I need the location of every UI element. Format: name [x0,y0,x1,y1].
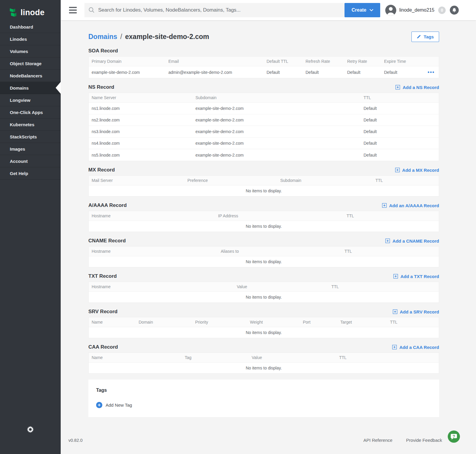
txt-empty-message: No items to display. [89,292,439,302]
sidebar-item-kubernetes[interactable]: Kubernetes [0,118,61,131]
sidebar-item-one-click-apps[interactable]: One-Click Apps [0,106,61,118]
sidebar-nav: Dashboard Linodes Volumes Object Storage… [0,21,61,180]
soa-table: Primary Domain Email Default TTL Refresh… [88,56,439,78]
plus-box-icon [392,345,397,350]
sidebar-item-volumes[interactable]: Volumes [0,45,61,57]
section-title-soa: SOA Record [88,48,118,54]
sidebar-item-domains[interactable]: Domains [0,82,61,94]
ns-table: Name Server Subdomain TTL ns1.linode.com… [88,93,439,161]
notification-count-badge[interactable]: 0 [438,7,446,14]
provide-feedback-link[interactable]: Provide Feedback [406,438,442,443]
footer: v0.82.0 API Reference Provide Feedback [61,438,476,443]
cname-empty-message: No items to display. [89,256,439,267]
api-reference-link[interactable]: API Reference [364,438,393,443]
svg-text:?: ? [452,434,455,439]
section-title-mx: MX Record [88,167,115,173]
ns-table-header: Name Server Subdomain TTL [89,93,439,103]
a-aaaa-table-header: Hostname IP Address TTL [89,211,439,221]
sidebar: linode Dashboard Linodes Volumes Object … [0,0,61,454]
tags-panel: Tags Add New Tag [88,380,439,417]
username-label[interactable]: linode_demo215 [399,7,434,13]
section-title-cname: CNAME Record [88,238,126,244]
global-search [84,3,345,17]
soa-table-header: Primary Domain Email Default TTL Refresh… [89,57,439,66]
soa-actions-menu-icon[interactable] [427,70,435,74]
caa-record-section: CAA Record Add a CAA Record Name Tag Val… [88,342,439,374]
a-aaaa-empty-message: No items to display. [89,221,439,232]
linode-cube-icon [9,8,18,18]
help-chat-icon: ? [448,430,460,443]
mx-table-header: Mail Server Preference Subdomain TTL [89,176,439,185]
caa-table-header: Name Tag Value TTL [89,353,439,363]
plus-box-icon [395,168,400,172]
brand-name: linode [21,8,45,17]
add-txt-record-link[interactable]: Add a TXT Record [393,274,439,279]
srv-empty-message: No items to display. [89,327,439,338]
mx-record-section: MX Record Add a MX Record Mail Server Pr… [88,165,439,196]
section-title-txt: TXT Record [88,273,117,279]
sidebar-item-account[interactable]: Account [0,155,61,167]
add-srv-record-link[interactable]: Add a SRV Record [393,309,439,314]
caa-table: Name Tag Value TTL No items to display. [88,352,439,374]
sidebar-item-object-storage[interactable]: Object Storage [0,57,61,70]
mx-table: Mail Server Preference Subdomain TTL No … [88,175,439,196]
app-version: v0.82.0 [68,438,83,443]
create-button[interactable]: Create [345,3,380,17]
sidebar-item-dashboard[interactable]: Dashboard [0,21,61,33]
caa-empty-message: No items to display. [89,363,439,373]
ns-table-row: ns2.linode.com example-site-demo-2.com D… [89,114,439,126]
breadcrumb-domains-link[interactable]: Domains [88,33,117,41]
add-mx-record-link[interactable]: Add a MX Record [395,168,439,173]
chevron-down-icon [369,9,373,11]
txt-table: Hostname Value TTL No items to display. [88,282,439,303]
pencil-icon [417,35,421,39]
breadcrumb-separator: / [120,33,122,41]
ns-record-section: NS Record Add a NS Record Name Server Su… [88,82,439,161]
help-button[interactable]: ? [448,430,460,443]
add-new-tag-button[interactable]: Add New Tag [96,402,132,408]
srv-table: Name Domain Priority Weight Port Target … [88,317,439,338]
sidebar-item-images[interactable]: Images [0,143,61,155]
sidebar-item-longview[interactable]: Longview [0,94,61,106]
plus-box-icon [393,274,398,279]
soa-record-section: SOA Record Primary Domain Email Default … [88,46,439,78]
a-aaaa-record-section: A/AAAA Record Add an A/AAAA Record Hostn… [88,200,439,232]
sidebar-item-stackscripts[interactable]: StackScripts [0,131,61,143]
add-ns-record-link[interactable]: Add a NS Record [395,85,439,90]
search-input[interactable] [84,3,345,17]
a-aaaa-table: Hostname IP Address TTL No items to disp… [88,211,439,232]
user-avatar[interactable] [385,5,396,16]
plus-box-icon [385,238,390,243]
settings-gear-icon[interactable] [27,426,34,434]
ns-table-row: ns3.linode.com example-site-demo-2.com D… [89,126,439,138]
srv-record-section: SRV Record Add a SRV Record Name Domain … [88,306,439,338]
sidebar-item-nodebalancers[interactable]: NodeBalancers [0,70,61,82]
menu-hamburger-icon[interactable] [68,5,78,15]
plus-box-icon [393,309,397,314]
cname-table-header: Hostname Aliases to TTL [89,246,439,256]
mx-empty-message: No items to display. [89,185,439,196]
breadcrumb: Domains / example-site-demo-2.com [88,33,209,41]
add-caa-record-link[interactable]: Add a CAA Record [392,345,439,350]
cname-table: Hostname Aliases to TTL No items to disp… [88,246,439,267]
section-title-caa: CAA Record [88,344,118,350]
ns-table-row: ns4.linode.com example-site-demo-2.com D… [89,138,439,149]
page-title: example-site-demo-2.com [125,33,209,41]
tags-panel-title: Tags [96,388,431,393]
section-title-a-aaaa: A/AAAA Record [88,202,127,208]
srv-table-header: Name Domain Priority Weight Port Target … [89,317,439,327]
txt-record-section: TXT Record Add a TXT Record Hostname Val… [88,271,439,303]
cname-record-section: CNAME Record Add a CNAME Record Hostname… [88,235,439,267]
edit-tags-button[interactable]: Tags [411,32,439,42]
linode-logo[interactable]: linode [0,0,61,20]
add-a-aaaa-record-link[interactable]: Add an A/AAAA Record [382,203,439,208]
soa-table-row: example-site-demo-2.com admin@example-si… [89,66,439,78]
section-title-ns: NS Record [88,84,114,90]
notifications-bell-icon[interactable] [450,6,459,15]
add-cname-record-link[interactable]: Add a CNAME Record [385,238,439,244]
txt-table-header: Hostname Value TTL [89,282,439,292]
sidebar-item-linodes[interactable]: Linodes [0,33,61,45]
section-title-srv: SRV Record [88,309,118,315]
ns-table-row: ns5.linode.com example-site-demo-2.com D… [89,149,439,161]
sidebar-item-get-help[interactable]: Get Help [0,167,61,180]
